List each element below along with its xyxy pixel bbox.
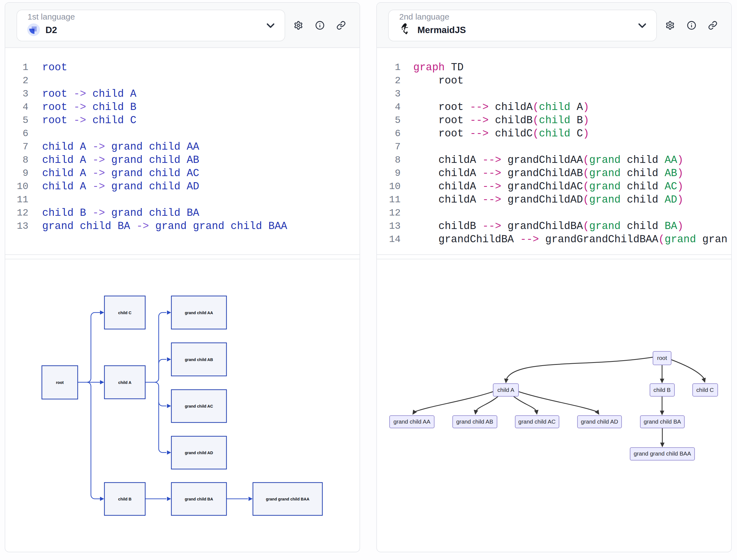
svg-text:root: root [657,355,667,361]
svg-text:child B: child B [118,497,131,501]
svg-text:root: root [56,380,64,385]
svg-text:grand child AC: grand child AC [185,404,213,408]
svg-text:grand child AC: grand child AC [518,418,555,425]
svg-text:grand child BA: grand child BA [185,497,213,501]
svg-text:grand child AB: grand child AB [185,357,213,362]
svg-text:grand grand child BAA: grand grand child BAA [266,497,310,501]
svg-text:child A: child A [497,387,514,393]
svg-text:grand child AD: grand child AD [185,451,213,455]
svg-text:child A: child A [118,380,131,385]
svg-text:grand child AD: grand child AD [581,418,618,425]
svg-text:grand grand child BAA: grand grand child BAA [634,450,691,457]
svg-text:child B: child B [653,387,671,393]
svg-text:grand child AA: grand child AA [185,311,213,315]
svg-text:grand child AB: grand child AB [456,418,493,425]
svg-text:grand child BA: grand child BA [644,418,681,425]
svg-text:child C: child C [696,387,714,393]
svg-text:grand child AA: grand child AA [393,418,430,425]
svg-text:child C: child C [118,311,132,315]
